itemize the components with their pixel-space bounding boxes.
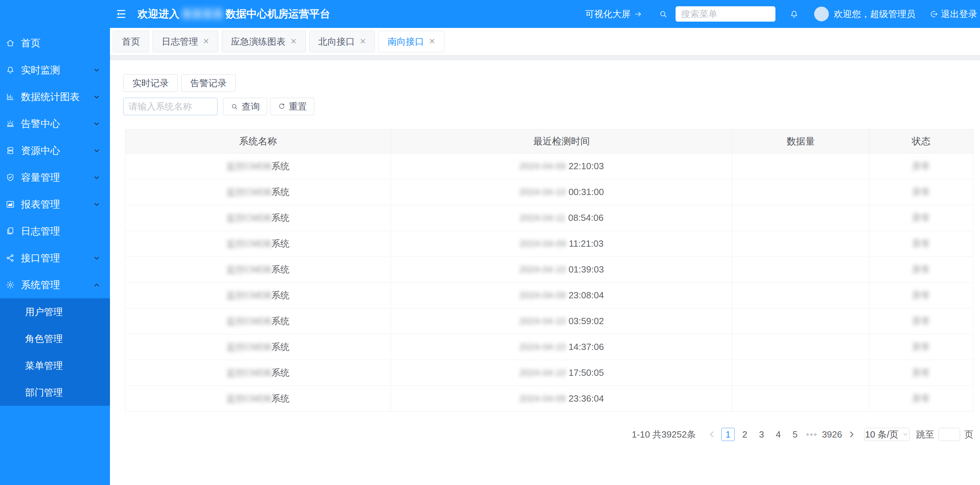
status-cell: 异常 bbox=[869, 360, 974, 385]
column-header: 系统名称 bbox=[125, 130, 391, 153]
sidebar-item-role-management[interactable]: 角色管理 bbox=[0, 325, 110, 352]
pagination: 1-10 共39252条 12345•••3926 10 条/页 跳至 页 bbox=[125, 428, 974, 441]
chevron-down-icon bbox=[92, 66, 101, 74]
table-row[interactable]: 监控CMDB系统2024-04-0923:08:04异常 bbox=[125, 283, 974, 308]
tab-item[interactable]: 首页 bbox=[113, 31, 149, 52]
system-name-cell: 监控CMDB系统 bbox=[125, 179, 391, 205]
jump-page-input[interactable] bbox=[939, 428, 960, 441]
redacted-status: 异常 bbox=[912, 263, 931, 276]
page-size-select[interactable]: 10 条/页 bbox=[864, 428, 910, 441]
page-size-value: 10 条/页 bbox=[865, 428, 898, 441]
sidebar-item-menu-management[interactable]: 菜单管理 bbox=[0, 352, 110, 379]
status-cell: 异常 bbox=[869, 154, 974, 179]
reset-button[interactable]: 重置 bbox=[270, 98, 314, 115]
redacted-system-name: 监控CMDB bbox=[227, 186, 272, 198]
sidebar-item-report-management[interactable]: 报表管理 bbox=[0, 191, 110, 218]
status-cell: 异常 bbox=[869, 179, 974, 205]
page-button[interactable]: 3926 bbox=[822, 428, 842, 441]
table-row[interactable]: 监控CMDB系统2024-04-1014:37:06异常 bbox=[125, 334, 974, 360]
redacted-date: 2024-04-09 bbox=[519, 290, 566, 301]
system-name-cell: 监控CMDB系统 bbox=[125, 386, 391, 411]
sidebar-menu: 首页实时监测数据统计图表告警中心资源中心容量管理报表管理日志管理接口管理系统管理… bbox=[0, 28, 110, 406]
sidebar-item-resource-center[interactable]: 资源中心 bbox=[0, 137, 110, 164]
close-icon[interactable]: ✕ bbox=[429, 38, 435, 45]
system-name-suffix: 系统 bbox=[271, 341, 290, 353]
sidebar-item-label: 数据统计图表 bbox=[21, 90, 92, 104]
menu-collapse-icon[interactable] bbox=[115, 8, 127, 20]
alarm-record-button[interactable]: 告警记录 bbox=[181, 74, 235, 92]
page-button[interactable]: 4 bbox=[772, 428, 785, 441]
query-button[interactable]: 查询 bbox=[223, 98, 267, 115]
prev-page-button[interactable] bbox=[707, 430, 717, 439]
page-title: 欢迎进入 某某某某 数据中心机房运营平台 bbox=[138, 7, 330, 21]
detect-time-cell: 2024-04-1108:54:06 bbox=[391, 205, 732, 231]
table-row[interactable]: 监控CMDB系统2024-04-1001:39:03异常 bbox=[125, 257, 974, 283]
jump-label: 跳至 bbox=[916, 428, 934, 441]
next-page-button[interactable] bbox=[846, 430, 856, 439]
status-cell: 异常 bbox=[869, 205, 974, 231]
sidebar-item-realtime-monitor[interactable]: 实时监测 bbox=[0, 57, 110, 83]
page-button[interactable]: 1 bbox=[721, 428, 735, 441]
sidebar-item-label: 资源中心 bbox=[21, 144, 92, 157]
tab-item[interactable]: 应急演练图表✕ bbox=[222, 31, 305, 52]
column-header: 数据量 bbox=[732, 130, 869, 153]
pagination-summary: 1-10 共39252条 bbox=[632, 428, 696, 441]
share-nodes-icon bbox=[6, 253, 15, 263]
page-button[interactable]: 5 bbox=[788, 428, 802, 441]
main-area: 首页日志管理✕应急演练图表✕北向接口✕南向接口✕ 实时记录告警记录 查询 重置 … bbox=[110, 28, 980, 485]
home-icon bbox=[6, 38, 15, 48]
close-icon[interactable]: ✕ bbox=[290, 38, 296, 45]
sidebar-item-data-statistics[interactable]: 数据统计图表 bbox=[0, 83, 110, 110]
sidebar-item-home[interactable]: 首页 bbox=[0, 30, 110, 57]
data-volume-cell bbox=[732, 231, 869, 257]
detect-time: 08:54:06 bbox=[568, 212, 603, 223]
sidebar-submenu: 用户管理角色管理菜单管理部门管理 bbox=[0, 298, 110, 406]
logout-icon bbox=[929, 10, 938, 19]
sidebar-item-label: 实时监测 bbox=[21, 63, 92, 77]
table-row[interactable]: 监控CMDB系统2024-04-1000:31:00异常 bbox=[125, 179, 974, 205]
sidebar-item-user-management[interactable]: 用户管理 bbox=[0, 298, 110, 325]
menu-search-input[interactable] bbox=[676, 6, 775, 22]
sidebar-item-system-management[interactable]: 系统管理 bbox=[0, 271, 110, 298]
sidebar-item-capacity-management[interactable]: 容量管理 bbox=[0, 164, 110, 191]
page-button[interactable]: 3 bbox=[755, 428, 768, 441]
gear-icon bbox=[6, 280, 15, 290]
status-cell: 异常 bbox=[869, 257, 974, 282]
page-button[interactable]: 2 bbox=[738, 428, 751, 441]
sidebar-item-department-management[interactable]: 部门管理 bbox=[0, 379, 110, 406]
chevron-down-icon bbox=[92, 147, 101, 155]
sidebar-item-interface-management[interactable]: 接口管理 bbox=[0, 245, 110, 271]
system-name-cell: 监控CMDB系统 bbox=[125, 257, 391, 282]
table-row[interactable]: 监控CMDB系统2024-04-1108:54:06异常 bbox=[125, 205, 974, 231]
table-row[interactable]: 监控CMDB系统2024-04-0923:36:04异常 bbox=[125, 386, 974, 412]
avatar[interactable] bbox=[814, 6, 829, 21]
detect-time: 01:39:03 bbox=[568, 264, 604, 275]
close-icon[interactable]: ✕ bbox=[203, 38, 209, 45]
table-row[interactable]: 监控CMDB系统2024-04-1017:50:05异常 bbox=[125, 360, 974, 386]
tab-label: 南向接口 bbox=[388, 36, 424, 48]
table-row[interactable]: 监控CMDB系统2024-04-0911:21:03异常 bbox=[125, 231, 974, 257]
top-header: 欢迎进入 某某某某 数据中心机房运营平台 可视化大屏 欢迎您，超级管理员 退出登… bbox=[0, 0, 980, 28]
system-name-suffix: 系统 bbox=[271, 393, 290, 405]
system-name-suffix: 系统 bbox=[271, 289, 290, 301]
system-name-suffix: 系统 bbox=[271, 238, 290, 250]
sidebar-item-label: 报表管理 bbox=[21, 198, 92, 211]
column-header: 状态 bbox=[869, 130, 974, 153]
table-row[interactable]: 监控CMDB系统2024-04-0922:10:03异常 bbox=[125, 154, 974, 179]
notification-bell-icon[interactable] bbox=[789, 10, 799, 19]
chevron-down-icon bbox=[92, 200, 101, 209]
table-row[interactable]: 监控CMDB系统2024-04-1003:59:02异常 bbox=[125, 308, 974, 334]
redacted-date: 2024-04-09 bbox=[520, 238, 566, 249]
logout-button[interactable]: 退出登录 bbox=[929, 8, 977, 20]
tab-active[interactable]: 南向接口✕ bbox=[379, 31, 444, 52]
tab-item[interactable]: 北向接口✕ bbox=[309, 31, 375, 52]
close-icon[interactable]: ✕ bbox=[360, 38, 366, 45]
sidebar-item-log-management[interactable]: 日志管理 bbox=[0, 218, 110, 245]
sidebar-item-alarm-center[interactable]: 告警中心 bbox=[0, 110, 110, 137]
bigscreen-link[interactable]: 可视化大屏 bbox=[585, 8, 643, 20]
tab-item[interactable]: 日志管理✕ bbox=[153, 31, 218, 52]
search-icon[interactable] bbox=[659, 10, 668, 19]
realtime-record-button[interactable]: 实时记录 bbox=[123, 74, 178, 92]
page-ellipsis[interactable]: ••• bbox=[805, 428, 818, 441]
system-name-input[interactable] bbox=[123, 98, 218, 115]
